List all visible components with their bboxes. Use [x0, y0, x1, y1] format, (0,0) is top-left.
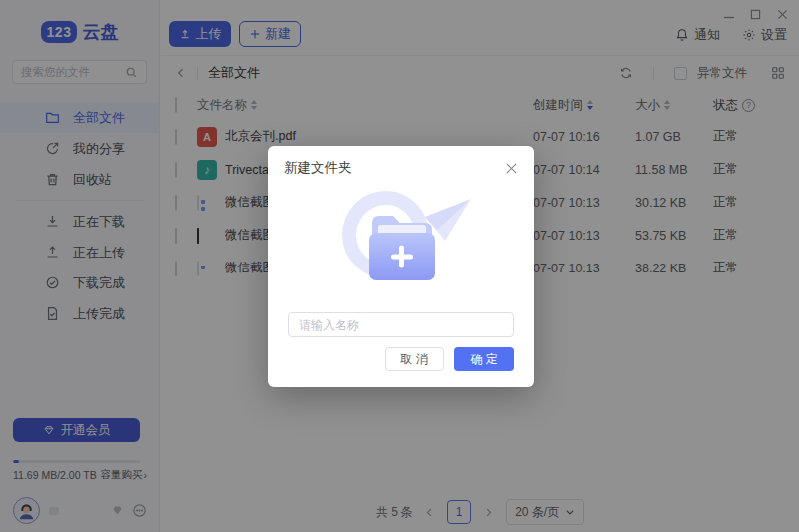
- folder-name-input[interactable]: [288, 312, 514, 337]
- cancel-button[interactable]: 取 消: [385, 347, 444, 371]
- modal-close-icon[interactable]: [505, 162, 518, 175]
- app-window: 123 云盘 全部文件 我的分享: [0, 0, 799, 532]
- new-folder-illustration: [268, 183, 534, 296]
- modal-title: 新建文件夹: [284, 159, 352, 177]
- confirm-button[interactable]: 确 定: [454, 347, 514, 371]
- new-folder-modal: 新建文件夹: [268, 146, 534, 387]
